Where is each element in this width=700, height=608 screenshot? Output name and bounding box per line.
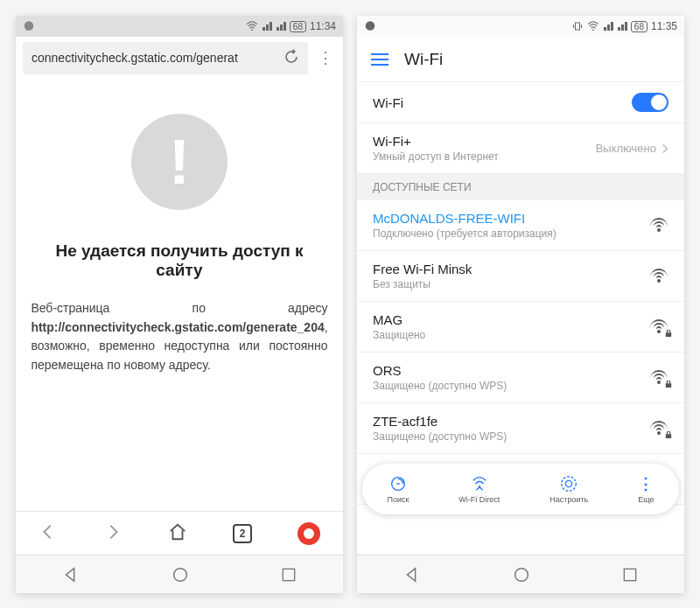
svg-point-14 <box>562 477 577 492</box>
wifi-toggle[interactable] <box>632 93 668 112</box>
svg-rect-8 <box>666 383 671 388</box>
wifi-signal-icon <box>649 218 668 234</box>
messenger-icon <box>364 20 376 32</box>
status-bar: 68 11:35 <box>357 16 684 37</box>
network-row[interactable]: Free Wi-Fi MinskБез защиты <box>357 251 684 302</box>
network-name: McDONALDS-FREE-WIFI <box>373 211 556 226</box>
signal-icon <box>262 21 272 31</box>
error-page: ! Не удается получить доступ к сайту Веб… <box>16 79 343 511</box>
opera-icon[interactable] <box>298 522 320 545</box>
browser-bottom-bar: 2 <box>16 511 343 555</box>
tabs-button[interactable]: 2 <box>233 524 252 543</box>
more-icon: ⋮ <box>638 474 654 493</box>
wifi-icon <box>587 21 599 31</box>
nav-back-icon[interactable] <box>402 565 422 584</box>
nav-recent-icon[interactable] <box>280 566 298 584</box>
signal-icon <box>617 21 627 31</box>
browser-screenshot: 68 11:34 connectivitycheck.gstatic.com/g… <box>16 16 343 593</box>
svg-point-1 <box>251 29 253 31</box>
wifi-plus-label: Wi-Fi+ <box>373 134 499 149</box>
svg-rect-5 <box>575 23 579 30</box>
nav-recent-icon[interactable] <box>621 566 639 584</box>
svg-point-15 <box>515 568 528 581</box>
status-bar: 68 11:34 <box>16 16 343 37</box>
network-row[interactable]: MAGЗащищено <box>357 302 684 353</box>
available-networks-section: ДОСТУПНЫЕ СЕТИ <box>357 174 684 200</box>
home-icon[interactable] <box>168 522 187 545</box>
android-nav-bar <box>357 555 684 593</box>
network-status: Защищено <box>373 329 425 341</box>
configure-action[interactable]: Настроить <box>550 474 588 504</box>
wifi-plus-sub: Умный доступ в Интернет <box>373 150 499 163</box>
network-status: Без защиты <box>373 278 472 290</box>
settings-header: Wi-Fi <box>357 37 684 82</box>
error-title: Не удается получить доступ к сайту <box>33 241 326 280</box>
clock-text: 11:34 <box>310 20 336 32</box>
messenger-icon <box>23 20 35 32</box>
svg-point-6 <box>592 29 594 31</box>
battery-text: 68 <box>290 21 306 32</box>
back-icon[interactable] <box>38 522 58 545</box>
vibrate-icon <box>571 21 584 31</box>
clock-text: 11:35 <box>651 20 677 32</box>
address-bar-row: connectivitycheck.gstatic.com/generat ⋮ <box>16 37 343 79</box>
android-nav-bar <box>16 555 343 593</box>
more-action[interactable]: ⋮ Еще <box>638 474 654 504</box>
wifi-signal-icon <box>649 370 668 386</box>
wifi-signal-icon <box>649 269 668 284</box>
forward-icon[interactable] <box>103 522 122 545</box>
wifi-direct-icon <box>470 474 489 493</box>
network-name: Free Wi-Fi Minsk <box>373 262 472 276</box>
signal-icon <box>603 21 613 31</box>
chevron-right-icon <box>662 143 668 154</box>
network-row[interactable]: McDONALDS-FREE-WIFIПодключено (требуется… <box>357 200 684 251</box>
svg-point-4 <box>366 21 375 31</box>
network-status: Защищено (доступно WPS) <box>373 430 507 443</box>
reload-icon[interactable] <box>284 49 299 67</box>
svg-point-2 <box>174 568 187 581</box>
wifi-label: Wi-Fi <box>373 95 403 110</box>
svg-point-13 <box>566 480 572 486</box>
gear-icon <box>559 474 578 493</box>
url-text: connectivitycheck.gstatic.com/generat <box>32 51 238 65</box>
network-name: ORS <box>373 363 507 378</box>
nav-home-icon[interactable] <box>512 565 531 584</box>
svg-rect-7 <box>666 332 671 337</box>
wifi-plus-row[interactable]: Wi-Fi+ Умный доступ в Интернет Выключено <box>357 123 684 174</box>
battery-text: 68 <box>631 21 648 32</box>
wifi-direct-action[interactable]: Wi-Fi Direct <box>458 474 500 504</box>
error-body: Веб-страница по адресу http://connectivi… <box>31 299 327 375</box>
search-icon <box>388 474 408 493</box>
network-row[interactable]: ZTE-acf1feЗащищено (доступно WPS) <box>357 403 684 454</box>
nav-back-icon[interactable] <box>61 565 80 584</box>
nav-home-icon[interactable] <box>171 565 190 584</box>
menu-icon[interactable]: ⋮ <box>315 48 336 67</box>
svg-point-0 <box>24 21 34 31</box>
network-status: Защищено (доступно WPS) <box>373 380 507 392</box>
signal-icon <box>276 21 286 31</box>
network-row[interactable]: ORSЗащищено (доступно WPS) <box>357 353 684 403</box>
search-action[interactable]: Поиск <box>387 474 409 504</box>
wifi-plus-value: Выключено <box>596 142 656 155</box>
hamburger-icon[interactable] <box>371 53 388 66</box>
svg-rect-3 <box>284 569 295 580</box>
wifi-signal-icon <box>649 319 668 335</box>
network-name: MAG <box>373 312 425 327</box>
action-bar: Поиск Wi-Fi Direct Настроить ⋮ Еще <box>362 464 679 514</box>
wifi-signal-icon <box>649 421 668 437</box>
wifi-toggle-row[interactable]: Wi-Fi <box>357 82 684 123</box>
wifi-settings-screenshot: 68 11:35 Wi-Fi Wi-Fi Wi-Fi+ Умный доступ… <box>357 16 684 593</box>
exclamation-icon: ! <box>131 114 228 210</box>
address-bar[interactable]: connectivitycheck.gstatic.com/generat <box>23 42 308 74</box>
svg-rect-9 <box>666 434 671 438</box>
page-title: Wi-Fi <box>404 50 443 69</box>
network-status: Подключено (требуется авторизация) <box>373 227 556 240</box>
svg-rect-16 <box>625 569 636 580</box>
wifi-icon <box>246 21 258 31</box>
network-name: ZTE-acf1fe <box>373 414 507 429</box>
